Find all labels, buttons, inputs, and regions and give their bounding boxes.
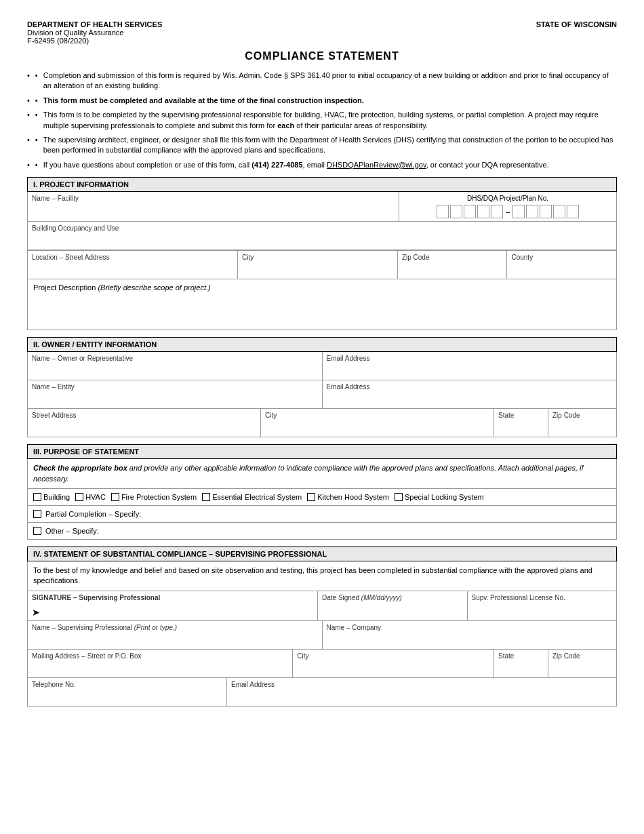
dhs-digit-1[interactable] bbox=[437, 205, 449, 218]
owner-street-cell: Street Address bbox=[28, 409, 261, 437]
project-desc-input-area[interactable] bbox=[33, 292, 611, 325]
dhs-digit-9[interactable] bbox=[553, 205, 565, 218]
dhs-digit-2[interactable] bbox=[450, 205, 462, 218]
cb-electrical-label: Essential Electrical System bbox=[212, 493, 302, 501]
cb-partial-box[interactable] bbox=[33, 510, 41, 518]
partial-specify-line[interactable] bbox=[145, 509, 611, 519]
tel-input[interactable] bbox=[32, 690, 222, 703]
dhs-plan-cell: DHS/DQA Project/Plan No. – bbox=[399, 192, 616, 221]
owner-state-input[interactable] bbox=[498, 420, 544, 434]
date-input[interactable] bbox=[322, 603, 463, 616]
name-company-row: Name – Supervising Professional (Print o… bbox=[28, 621, 616, 650]
cb-fire-box[interactable] bbox=[111, 493, 119, 501]
section-i-body: Name – Facility DHS/DQA Project/Plan No.… bbox=[27, 192, 617, 330]
occupancy-input[interactable] bbox=[32, 233, 612, 247]
owner-email-input[interactable] bbox=[327, 363, 613, 377]
street-input[interactable] bbox=[32, 262, 233, 276]
cb-hvac[interactable]: HVAC bbox=[75, 493, 106, 501]
occupancy-label: Building Occupancy and Use bbox=[32, 224, 612, 232]
bullet-list: • Completion and submission of this form… bbox=[27, 71, 617, 170]
partial-label: Partial Completion – Specify: bbox=[45, 510, 141, 518]
bullet-marker: • bbox=[35, 110, 38, 120]
cb-locking-label: Special Locking System bbox=[405, 493, 484, 501]
facility-row: Name – Facility DHS/DQA Project/Plan No.… bbox=[28, 192, 616, 222]
dept-name: DEPARTMENT OF HEALTH SERVICES bbox=[27, 20, 162, 28]
other-specify-input[interactable] bbox=[103, 525, 611, 536]
name-sup-input[interactable] bbox=[32, 633, 318, 646]
page-title: COMPLIANCE STATEMENT bbox=[27, 50, 617, 62]
iv-city-cell: City bbox=[293, 650, 494, 677]
dhs-digit-10[interactable] bbox=[567, 205, 579, 218]
page-header: DEPARTMENT OF HEALTH SERVICES Division o… bbox=[27, 20, 617, 45]
partial-specify-input[interactable] bbox=[145, 509, 611, 519]
cb-electrical-box[interactable] bbox=[202, 493, 210, 501]
tel-label: Telephone No. bbox=[32, 681, 222, 688]
facility-cell: Name – Facility bbox=[28, 192, 399, 221]
entity-email-input[interactable] bbox=[327, 392, 613, 405]
division: Division of Quality Assurance bbox=[27, 28, 162, 37]
project-desc-italic: (Briefly describe scope of project.) bbox=[98, 283, 210, 292]
cb-partial[interactable] bbox=[33, 510, 41, 518]
dhs-plan-boxes: – bbox=[403, 205, 612, 218]
iv-state-input[interactable] bbox=[498, 661, 544, 675]
dhs-digit-3[interactable] bbox=[464, 205, 476, 218]
iv-zip-input[interactable] bbox=[552, 661, 612, 675]
cb-other[interactable] bbox=[33, 527, 41, 535]
iv-email-input[interactable] bbox=[231, 690, 612, 703]
other-label: Other – Specify: bbox=[45, 527, 99, 535]
iv-zip-label: Zip Code bbox=[552, 652, 612, 660]
cb-fire[interactable]: Fire Protection System bbox=[111, 493, 197, 501]
owner-name-label: Name – Owner or Representative bbox=[32, 355, 318, 362]
bullet-marker: • bbox=[35, 160, 38, 170]
cb-locking[interactable]: Special Locking System bbox=[395, 493, 484, 501]
dhs-digit-4[interactable] bbox=[477, 205, 489, 218]
project-desc-input[interactable] bbox=[33, 292, 611, 305]
cb-hvac-box[interactable] bbox=[75, 493, 83, 501]
street-cell: Location – Street Address bbox=[28, 251, 238, 279]
bullet-2: • This form must be completed and availa… bbox=[27, 96, 617, 106]
iv-zip-cell: Zip Code bbox=[548, 650, 616, 677]
owner-city-label: City bbox=[265, 412, 489, 419]
facility-input[interactable] bbox=[32, 203, 395, 217]
cb-building-box[interactable] bbox=[33, 493, 41, 501]
section-iv-body: To the best of my knowledge and belief a… bbox=[27, 561, 617, 707]
dhs-digit-8[interactable] bbox=[540, 205, 552, 218]
owner-city-input[interactable] bbox=[265, 420, 489, 434]
iv-mailing-input[interactable] bbox=[32, 661, 288, 675]
city-input[interactable] bbox=[242, 262, 393, 276]
zip-input[interactable] bbox=[402, 262, 503, 276]
iii-instruction-text: Check the appropriate box and provide an… bbox=[33, 464, 584, 482]
company-input[interactable] bbox=[327, 633, 613, 646]
iv-city-input[interactable] bbox=[297, 661, 489, 675]
bullet-5: • If you have questions about completion… bbox=[27, 160, 617, 170]
bullet-1-text: Completion and submission of this form i… bbox=[43, 71, 617, 92]
dhs-digit-6[interactable] bbox=[512, 205, 525, 218]
section-iii-header: III. PURPOSE OF STATEMENT bbox=[27, 444, 617, 459]
owner-zip-cell: Zip Code bbox=[548, 409, 616, 437]
sig-label: SIGNATURE – Supervising Professional bbox=[32, 594, 313, 601]
iv-email-cell: Email Address bbox=[227, 678, 616, 706]
dhs-digit-5[interactable] bbox=[491, 205, 503, 218]
sig-row: SIGNATURE – Supervising Professional ➤ D… bbox=[28, 591, 616, 621]
cb-kitchen-box[interactable] bbox=[307, 493, 315, 501]
cb-locking-box[interactable] bbox=[395, 493, 403, 501]
owner-name-cell: Name – Owner or Representative bbox=[28, 352, 323, 380]
entity-name-input[interactable] bbox=[32, 392, 318, 405]
owner-street-input[interactable] bbox=[32, 420, 256, 434]
county-input[interactable] bbox=[511, 262, 612, 276]
entity-email-label: Email Address bbox=[327, 383, 613, 391]
other-specify-line[interactable] bbox=[103, 525, 611, 536]
cb-kitchen[interactable]: Kitchen Hood System bbox=[307, 493, 389, 501]
cb-building[interactable]: Building bbox=[33, 493, 70, 501]
sig-arrow: ➤ bbox=[32, 607, 313, 618]
cb-other-box[interactable] bbox=[33, 527, 41, 535]
date-label: Date Signed (MM/dd/yyyy) bbox=[322, 594, 463, 601]
owner-zip-input[interactable] bbox=[552, 420, 612, 434]
cb-electrical[interactable]: Essential Electrical System bbox=[202, 493, 302, 501]
license-input[interactable] bbox=[472, 603, 613, 616]
dhs-digit-7[interactable] bbox=[526, 205, 538, 218]
owner-name-input[interactable] bbox=[32, 363, 318, 377]
facility-label: Name – Facility bbox=[32, 195, 395, 202]
email-link[interactable]: DHSDQAPlanReview@wi.gov bbox=[327, 161, 426, 169]
section-iv-header: IV. STATEMENT OF SUBSTANTIAL COMPLIANCE … bbox=[27, 547, 617, 561]
